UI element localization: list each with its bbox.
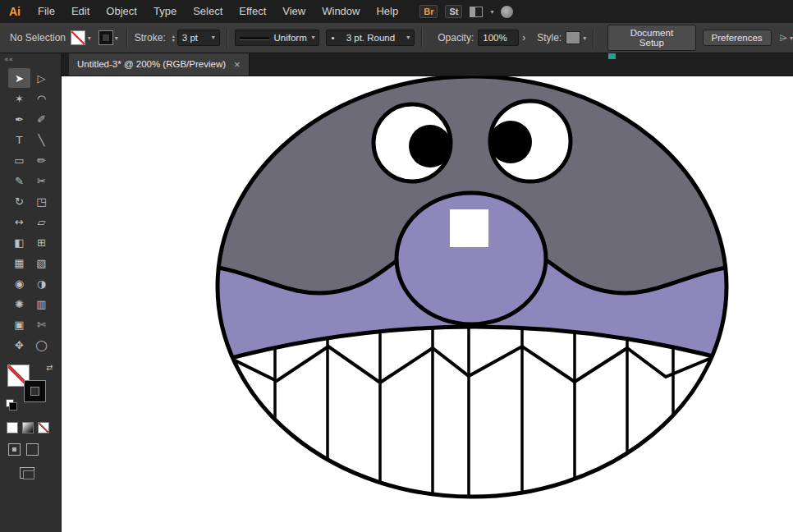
left-pupil[interactable] [409,125,452,167]
illustrator-logo-icon: Ai [0,5,30,18]
eyedropper-tool[interactable]: ◉ [8,273,30,293]
menu-effect[interactable]: Effect [231,0,274,23]
chevron-down-icon[interactable]: ▾ [212,30,215,45]
mesh-tool[interactable]: ▦ [8,253,30,273]
bridge-button[interactable]: Br [419,5,438,18]
chevron-down-icon[interactable]: ▾ [115,34,118,42]
pen-tool[interactable]: ✒ [8,109,30,129]
slice-tool[interactable]: ✄ [30,314,53,334]
chevron-down-icon[interactable]: ▾ [583,34,586,42]
stroke-color-swatch[interactable] [99,31,112,44]
rotate-tool[interactable]: ↻ [8,191,30,211]
document-canvas[interactable] [61,76,793,532]
stroke-line-preview-icon [240,37,269,39]
opacity-panel-arrow[interactable]: › [519,32,529,44]
stroke-width-stepper[interactable]: ▴▾ [172,34,175,42]
rectangle-tool[interactable]: ▭ [8,150,30,170]
nose-highlight[interactable] [450,209,488,247]
opacity-label: Opacity: [438,32,474,44]
document-tab-bar: Untitled-3* @ 200% (RGB/Preview) × [61,53,793,76]
artboard-tool[interactable]: ▣ [8,314,30,334]
draw-normal-icon[interactable] [8,443,21,456]
paintbrush-tool[interactable]: ✏ [30,150,53,170]
color-button[interactable] [7,422,18,433]
type-tool[interactable]: T [8,130,30,149]
default-fill-stroke-icon[interactable] [6,399,17,410]
selection-status: No Selection [10,32,71,44]
shape-builder-tool[interactable]: ◧ [8,232,30,252]
divider [421,28,423,48]
selection-options-icon[interactable]: ⌲ [780,32,787,44]
width-tool[interactable]: ↔ [8,212,30,232]
draw-behind-icon[interactable] [26,443,39,456]
menu-window[interactable]: Window [314,0,368,23]
sync-icon[interactable] [501,6,513,18]
style-swatch[interactable] [566,31,580,44]
control-bar: No Selection ▾ ▾ Stroke: ▴▾ 3 pt ▾ Unifo… [0,23,793,53]
divider [227,28,228,48]
menu-edit[interactable]: Edit [63,0,98,23]
preferences-button[interactable]: Preferences [703,30,772,46]
chevron-down-icon[interactable]: ▾ [88,34,91,42]
chevron-down-icon[interactable]: ▾ [790,34,793,42]
right-pupil[interactable] [489,121,532,163]
tab-title: Untitled-3* @ 200% (RGB/Preview) [77,59,226,69]
symbol-sprayer-tool[interactable]: ✺ [8,294,30,314]
menu-view[interactable]: View [274,0,314,23]
menu-select[interactable]: Select [185,0,231,23]
drawing-mode-buttons [8,443,61,456]
direct-selection-tool[interactable]: ▷ [30,68,53,88]
tools-panel: «« ➤ ▷ ✶ ◠ ✒ ✐ T ╲ ▭ ✏ ✎ ✂ ↻ ◳ ↔ ▱ ◧ ⊞ ▦… [0,53,62,532]
magic-wand-tool[interactable]: ✶ [8,89,30,108]
scissors-tool[interactable]: ✂ [30,171,53,190]
style-label: Style: [537,32,562,44]
menu-help[interactable]: Help [368,0,406,23]
column-graph-tool[interactable]: ▥ [30,294,53,314]
none-button[interactable] [38,422,49,433]
gradient-tool[interactable]: ▧ [30,253,53,273]
free-transform-tool[interactable]: ▱ [30,212,53,232]
width-profile-dropdown[interactable]: Uniform ▾ [235,30,320,46]
menubar-icon-group: Br St ▾ [419,5,513,18]
fill-color-swatch[interactable] [71,30,85,45]
chevron-down-icon[interactable]: ▾ [490,8,493,16]
chevron-down-icon[interactable]: ▾ [311,30,314,45]
document-setup-button[interactable]: Document Setup [607,25,695,51]
chevron-down-icon[interactable]: ▾ [406,30,410,45]
document-tab[interactable]: Untitled-3* @ 200% (RGB/Preview) × [69,53,250,76]
fill-stroke-control: ⇄ [6,363,55,410]
selection-tool[interactable]: ➤ [8,68,30,88]
stroke-label: Stroke: [135,32,166,44]
lasso-tool[interactable]: ◠ [30,89,53,108]
hand-tool[interactable]: ✥ [8,335,30,355]
scale-tool[interactable]: ◳ [30,191,53,211]
line-segment-tool[interactable]: ╲ [30,130,53,149]
canvas-area[interactable] [61,76,793,532]
blend-tool[interactable]: ◑ [30,273,53,293]
perspective-grid-tool[interactable]: ⊞ [30,232,53,252]
menu-type[interactable]: Type [145,0,185,23]
gradient-button[interactable] [22,422,34,433]
collapse-panel-button[interactable]: «« [0,53,61,65]
tab-bar-marker [608,53,616,59]
opacity-value: 100% [483,30,507,45]
menu-object[interactable]: Object [98,0,145,23]
stroke-swatch[interactable] [25,381,45,401]
screen-mode-icon[interactable] [20,467,34,479]
zoom-tool[interactable]: ◯ [30,335,53,355]
divider [126,28,128,48]
brush-definition-dropdown[interactable]: • 3 pt. Round ▾ [326,30,415,46]
pencil-tool[interactable]: ✎ [8,171,30,190]
swap-fill-stroke-icon[interactable]: ⇄ [46,363,53,372]
divider [593,28,594,48]
arrange-documents-icon[interactable] [470,7,483,17]
close-icon[interactable]: × [234,59,241,70]
stock-button[interactable]: St [445,5,462,18]
curvature-tool[interactable]: ✐ [30,109,53,129]
menu-file[interactable]: File [30,0,63,23]
opacity-field[interactable]: 100% [478,30,519,46]
menu-bar: Ai File Edit Object Type Select Effect V… [0,0,793,23]
brush-dot-icon: • [331,30,334,45]
color-mode-buttons [7,422,61,433]
stroke-width-field[interactable]: 3 pt ▾ [177,30,220,46]
